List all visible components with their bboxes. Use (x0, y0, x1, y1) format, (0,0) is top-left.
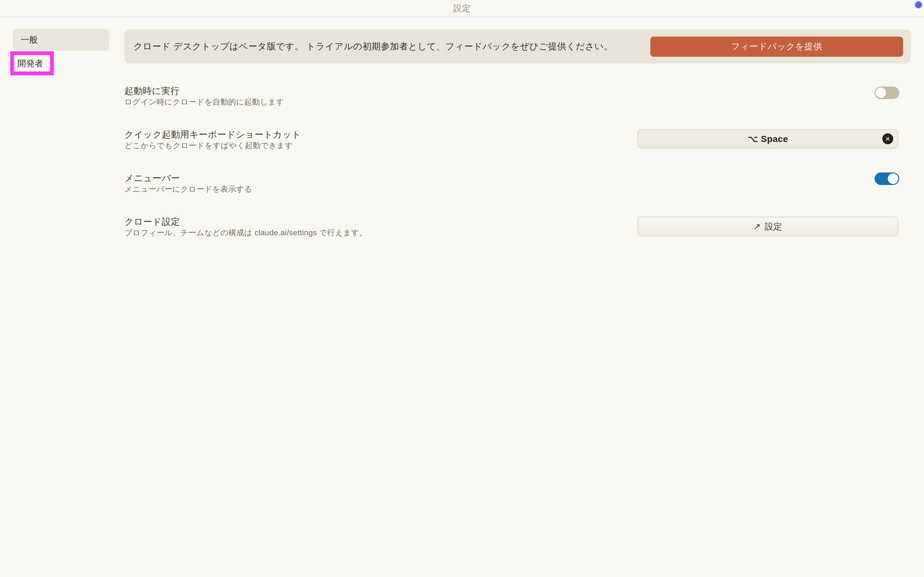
shortcut-recorder-field[interactable]: ⌥ Space ✕ (638, 129, 898, 148)
sidebar: 一般 開発者 (0, 0, 124, 577)
annotation-highlight-box: 開発者 (10, 51, 54, 75)
open-claude-settings-button[interactable]: ↗ 設定 (638, 217, 898, 236)
claude-settings-description: プロフィール、チームなどの構成は claude.ai/settings で行えま… (124, 228, 367, 237)
sidebar-item-label: 開発者 (17, 58, 43, 69)
external-link-arrow-icon: ↗ (754, 221, 761, 231)
sidebar-item-general[interactable]: 一般 (13, 29, 110, 51)
run-at-startup-title: 起動時に実行 (124, 86, 180, 96)
settings-window: 設定 一般 開発者 クロード デスクトップはベータ版です。 トライアルの初期参加… (0, 0, 924, 577)
claude-settings-title: クロード設定 (124, 217, 180, 227)
toggle-knob (876, 87, 886, 98)
menu-bar-title: メニューバー (124, 173, 180, 183)
beta-banner: クロード デスクトップはベータ版です。 トライアルの初期参加者として、フィードバ… (124, 29, 911, 63)
provide-feedback-button[interactable]: フィードバックを提供 (650, 37, 903, 57)
clear-shortcut-button[interactable]: ✕ (882, 133, 893, 144)
clear-x-icon: ✕ (885, 136, 890, 142)
quick-launch-shortcut-title: クイック起動用キーボードショートカット (124, 129, 301, 140)
menu-bar-description: メニューバーにクロードを表示する (124, 185, 252, 193)
sidebar-item-label: 一般 (21, 34, 38, 45)
run-at-startup-description: ログイン時にクロードを自動的に起動します (124, 97, 284, 106)
beta-banner-message: クロード デスクトップはベータ版です。 トライアルの初期参加者として、フィードバ… (124, 40, 650, 53)
toggle-knob (888, 173, 898, 184)
menu-bar-toggle[interactable] (875, 172, 899, 185)
run-at-startup-toggle[interactable] (875, 87, 899, 99)
settings-content: クロード デスクトップはベータ版です。 トライアルの初期参加者として、フィードバ… (124, 0, 911, 577)
sidebar-item-developer[interactable]: 開発者 (14, 55, 50, 71)
open-claude-settings-label: 設定 (764, 221, 782, 232)
notification-dot-icon (915, 1, 922, 8)
shortcut-value: ⌥ Space (748, 134, 788, 144)
quick-launch-shortcut-description: どこからでもクロードをすばやく起動できます (124, 141, 293, 150)
